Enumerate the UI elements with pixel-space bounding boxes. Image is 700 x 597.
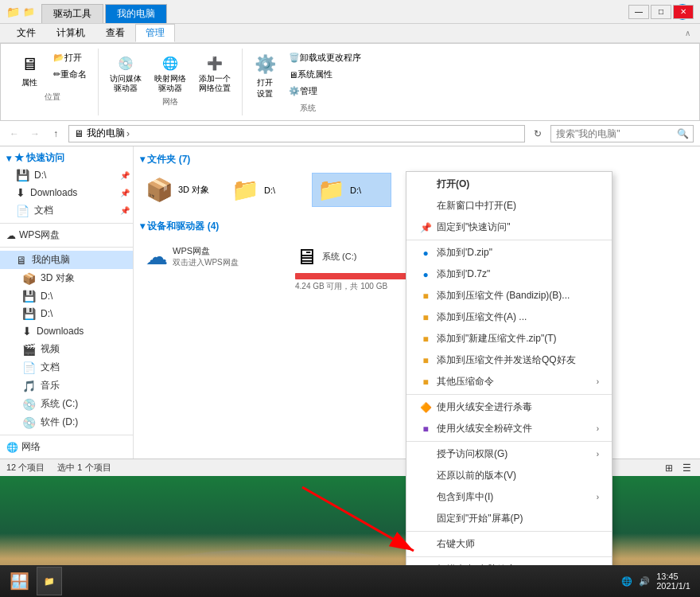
window-controls: — □ ✕: [628, 5, 694, 19]
sidebar-item-mycomputer[interactable]: 🖥 我的电脑: [0, 251, 133, 269]
sidebar-quickaccess-header[interactable]: ▾ ★ 快速访问: [0, 150, 133, 166]
maximize-button[interactable]: □: [651, 5, 671, 19]
sidebar-item-sysc[interactable]: 💿 系统 (C:): [0, 395, 133, 413]
ribbon-btn-access-media[interactable]: 💿 访问媒体驱动器: [105, 50, 146, 95]
sidebar-section-wps: ☁ WPS网盘: [0, 227, 133, 244]
ctx-archive-icon: ■: [419, 312, 432, 323]
location-buttons: 🖥 属性 📂 打开 ✏ 重命名: [14, 50, 91, 90]
ribbon-tab-computer[interactable]: 计算机: [46, 24, 95, 42]
ctx-add-newzip[interactable]: ■添加到"新建压缩文件.zip"(T): [406, 328, 612, 349]
ctx-shred[interactable]: ■使用火绒安全粉碎文件 ›: [406, 418, 612, 439]
ctx-pin-quickaccess[interactable]: 📌固定到"快速访问": [406, 217, 612, 238]
downloads-icon: ⬇: [16, 186, 25, 199]
group-label-location: 位置: [45, 92, 60, 103]
ribbon-btn-map-network[interactable]: 🌐 映射网络驱动器: [150, 50, 191, 95]
folder-d1-icon: 📁: [231, 177, 259, 203]
folder-item-d2-selected[interactable]: 📁 D:\: [312, 173, 391, 207]
sidebar-item-video[interactable]: 🎬 视频: [0, 340, 133, 358]
downloads-pin: 📌: [120, 189, 130, 197]
manage-icon: ⚙️: [289, 86, 300, 96]
ctx-scan-virus[interactable]: 🔶使用火绒安全进行杀毒: [406, 396, 612, 418]
search-input[interactable]: [550, 125, 694, 142]
sidebar-item-docs2[interactable]: 📄 文档: [0, 358, 133, 377]
folder-3d-icon: 📦: [146, 177, 173, 203]
ctx-pin-start[interactable]: 固定到"开始"屏幕(P): [406, 508, 612, 529]
quickaccess-collapse-icon: ▾: [6, 153, 11, 164]
sidebar-network-header[interactable]: 🌐 网络: [0, 439, 133, 455]
ribbon-btn-open-settings[interactable]: ⚙️ 打开设置: [249, 50, 281, 101]
tab-my-computer[interactable]: 我的电脑: [105, 4, 167, 23]
sidebar-item-3d[interactable]: 📦 3D 对象: [0, 269, 133, 287]
sidebar-item-softd[interactable]: 💿 软件 (D:): [0, 413, 133, 431]
ribbon-btn-properties[interactable]: 🖥 属性: [14, 50, 45, 90]
up-button[interactable]: ↑: [48, 126, 64, 142]
ctx-library-arrow: ›: [597, 493, 599, 501]
ribbon-tabs: 文件 计算机 查看 管理 ∧: [0, 24, 700, 43]
ribbon-btn-system-props[interactable]: 🖥 系统属性: [284, 67, 366, 82]
ribbon-tab-file[interactable]: 文件: [6, 24, 46, 42]
rename-icon: ✏: [53, 69, 60, 80]
d-drive-icon: 💾: [16, 169, 29, 181]
view-grid-button[interactable]: ⊞: [662, 461, 676, 475]
drive-item-wps[interactable]: ☁ WPS网盘 双击进入WPS网盘: [140, 240, 283, 296]
sidebar-item-d-drive[interactable]: 💾 D:\ 📌: [0, 166, 133, 184]
context-menu: 打开(O) 在新窗口中打开(E) 📌固定到"快速访问" ●添加到'D.zip" …: [406, 171, 612, 597]
ribbon-btn-open[interactable]: 📂 打开: [49, 50, 91, 65]
ribbon-group-location: 🖥 属性 📂 打开 ✏ 重命名 位置: [7, 49, 99, 115]
title-bar: 📁 📁 驱动工具 我的电脑 — □ ✕ ?: [0, 0, 700, 24]
tab-driver-tools[interactable]: 驱动工具: [41, 4, 103, 23]
back-button[interactable]: ←: [6, 126, 22, 142]
ctx-divider-2: [406, 394, 612, 395]
ctx-other-compress[interactable]: ■其他压缩命令 ›: [406, 371, 612, 392]
forward-button[interactable]: →: [27, 126, 43, 142]
ribbon-tab-manage[interactable]: 管理: [135, 24, 175, 42]
view-list-button[interactable]: ☰: [679, 461, 694, 475]
open-icon: 📂: [53, 53, 64, 63]
ctx-include-library[interactable]: 包含到库中(I) ›: [406, 486, 612, 508]
ribbon-btn-rename[interactable]: ✏ 重命名: [49, 67, 91, 82]
ribbon-btn-uninstall[interactable]: 🗑️ 卸载或更改程序: [284, 50, 366, 65]
wps-icon: ☁: [6, 230, 16, 241]
ctx-divider-5: [406, 556, 612, 557]
ctx-restore-version[interactable]: 还原以前的版本(V): [406, 465, 612, 486]
ctx-qq-icon: ■: [419, 355, 432, 366]
status-selected: 选中 1 个项目: [57, 462, 111, 474]
folder-item-3d[interactable]: 📦 3D 对象: [140, 173, 220, 207]
d-drive-pin: 📌: [120, 171, 130, 180]
ribbon-btn-add-network[interactable]: ➕ 添加一个网络位置: [194, 50, 235, 95]
ctx-open-new-window[interactable]: 在新窗口中打开(E): [406, 195, 612, 217]
ctx-add-7z[interactable]: ●添加到'D.7z": [406, 263, 612, 285]
sidebar-item-downloads2[interactable]: ⬇ Downloads: [0, 322, 133, 340]
ribbon-btn-manage[interactable]: ⚙️ 管理: [284, 84, 366, 99]
sidebar-item-d2[interactable]: 💾 D:\: [0, 305, 133, 322]
ctx-add-zip[interactable]: ●添加到'D.zip": [406, 242, 612, 263]
sidebar-divider-3: [0, 435, 133, 435]
video-icon: 🎬: [22, 343, 36, 356]
sidebar-item-downloads[interactable]: ⬇ Downloads 📌: [0, 184, 133, 201]
title-tabs: 驱动工具 我的电脑: [41, 0, 169, 23]
ctx-open[interactable]: 打开(O): [406, 174, 612, 195]
group-label-system: 系统: [300, 103, 316, 114]
address-box[interactable]: 🖥 我的电脑 ›: [68, 125, 525, 142]
ctx-add-bandizip[interactable]: ■添加到压缩文件 (Bandizip)(B)...: [406, 285, 612, 306]
ctx-newzip-icon: ■: [419, 334, 432, 345]
sidebar-item-d1[interactable]: 💾 D:\: [0, 287, 133, 305]
ctx-rightkey-master[interactable]: 右键大师: [406, 533, 612, 555]
taskbar-explorer[interactable]: 📁: [37, 567, 62, 595]
sidebar-wps-header[interactable]: ☁ WPS网盘: [0, 227, 133, 244]
refresh-button[interactable]: ↻: [530, 126, 546, 142]
close-button[interactable]: ✕: [673, 5, 694, 19]
add-network-icon: ➕: [204, 52, 226, 74]
sidebar-item-music[interactable]: 🎵 音乐: [0, 377, 133, 395]
start-button[interactable]: 🪟: [3, 567, 35, 595]
ctx-7z-icon: ●: [419, 269, 432, 280]
folder-item-d1[interactable]: 📁 D:\: [226, 173, 305, 207]
ctx-add-archive[interactable]: ■添加到压缩文件(A) ...: [406, 306, 612, 328]
downloads2-icon: ⬇: [22, 325, 32, 338]
ctx-grant-access[interactable]: 授予访问权限(G) ›: [406, 443, 612, 465]
sidebar-item-documents[interactable]: 📄 文档 📌: [0, 201, 133, 220]
ribbon-tab-view[interactable]: 查看: [95, 24, 135, 42]
ctx-other-icon: ■: [419, 377, 432, 388]
ctx-add-qq[interactable]: ■添加到压缩文件并发送给QQ好友: [406, 349, 612, 371]
minimize-button[interactable]: —: [628, 5, 649, 19]
